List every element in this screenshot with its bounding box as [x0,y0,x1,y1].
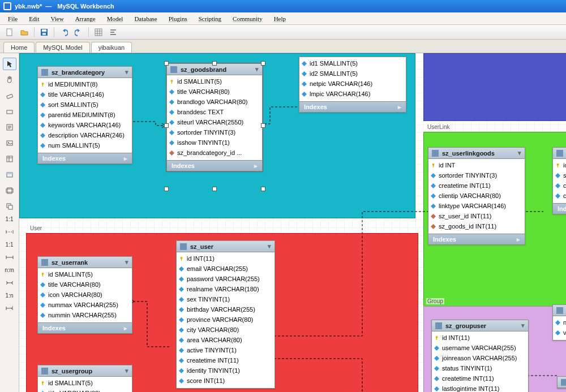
eraser-tool[interactable] [3,89,16,102]
column-row[interactable]: sz_brandcategory_id ... [169,148,260,157]
column-row[interactable]: sortorder TINYINT(3) [431,171,522,180]
column-row[interactable]: score INT(11) [179,376,272,385]
column-row[interactable]: nummin VARCHAR(255) [40,311,130,320]
table-sz-userrank[interactable]: sz_userrank ▾ id SMALLINT(5)title VARCHA… [37,256,132,334]
menu-file[interactable]: File [2,12,23,24]
column-row[interactable]: createtime INT(11) [434,374,526,383]
tab-model[interactable]: MySQL Model [36,42,89,53]
menu-plugins[interactable]: Plugins [163,12,193,24]
column-row[interactable]: so [555,171,566,180]
selection-handle[interactable] [212,187,217,191]
menu-edit[interactable]: Edit [23,12,45,24]
column-row[interactable]: lmpic VARCHAR(146) [302,89,404,98]
layer-tool[interactable] [3,105,16,118]
column-row[interactable]: id SMALLINT(5) [169,77,260,86]
table-header[interactable]: sz [553,305,566,316]
column-row[interactable]: icon VARCHAR(80) [40,290,130,299]
undo-button[interactable] [58,27,70,38]
column-row[interactable]: linktype VARCHAR(146) [431,201,522,210]
column-row[interactable]: identity TINYINT(1) [179,366,272,375]
expand-icon[interactable]: ▸ [398,104,401,111]
column-row[interactable]: sex TINYINT(1) [179,295,272,304]
table-header[interactable]: sz_userlinkgoods ▾ [428,148,525,159]
collapse-icon[interactable]: ▾ [125,259,128,266]
relation-1-1-id-tool[interactable] [3,251,16,264]
column-row[interactable]: username VARCHAR(255) [434,343,526,352]
table-sz-goodsbrand[interactable]: sz_goodsbrand ▾ id SMALLINT(5)title VARC… [166,63,263,171]
column-row[interactable]: sortorder TINYINT(3) [169,128,260,137]
table-sz-userlinkgoods[interactable]: sz_userlinkgoods ▾ id INTsortorder TINYI… [428,147,525,245]
column-row[interactable]: id SMALLINT(5) [40,270,130,279]
column-row[interactable]: nam [555,318,566,327]
table-indexes[interactable]: Indexes▸ [299,101,406,112]
table-indexes[interactable]: Indexes▸ [38,322,132,333]
table-header[interactable] [558,377,566,388]
tab-home[interactable]: Home [3,42,35,53]
collapse-icon[interactable]: ▾ [268,243,271,250]
expand-icon[interactable]: ▸ [124,155,127,162]
table-indexes[interactable]: Indexes▸ [167,160,262,171]
column-row[interactable]: parentid MEDIUMINT(8) [40,110,130,119]
table-indexes[interactable]: Indexes [553,203,566,214]
pointer-tool[interactable] [3,58,16,70]
save-button[interactable] [38,27,50,38]
column-row[interactable]: branddesc TEXT [169,107,260,117]
note-tool[interactable] [3,121,16,133]
table-sz-usergroup[interactable]: sz_usergroup ▾ id SMALLINT(5)title VARCH… [37,365,132,392]
column-row[interactable]: cli [555,191,566,200]
column-row[interactable]: brandlogo VARCHAR(80) [169,97,260,106]
column-row[interactable]: sz_user_id INT(11) [431,212,522,221]
view-tool[interactable] [3,169,16,181]
column-row[interactable]: title VARCHAR(146) [40,90,130,99]
table-header[interactable] [553,148,566,159]
column-row[interactable]: id1 SMALLINT(5) [302,59,404,68]
menu-help[interactable]: Help [268,12,291,24]
collapse-icon[interactable]: ▾ [125,68,128,76]
align-button[interactable] [107,27,119,38]
column-row[interactable]: createtime INT(11) [179,356,272,365]
region-purple[interactable] [423,53,566,121]
column-row[interactable]: status TINYINT(1) [434,364,526,373]
tab-diagram[interactable]: yibaikuan [91,42,132,53]
column-row[interactable]: active TINYINT(1) [179,346,272,355]
column-row[interactable]: clientip VARCHAR(80) [431,191,522,200]
selection-handle[interactable] [164,123,169,128]
selection-handle[interactable] [261,61,265,66]
table-indexes[interactable]: Indexes▸ [428,234,525,244]
column-row[interactable]: title VARCHAR(80) [40,280,130,289]
image-tool[interactable] [3,137,16,149]
routine-tool[interactable] [3,184,16,197]
column-row[interactable]: city VARCHAR(80) [179,325,272,334]
column-row[interactable]: description VARCHAR(246) [40,131,130,140]
menu-scripting[interactable]: Scripting [193,12,227,24]
diagram-canvas[interactable]: UserLink User Group sz_brandcategory ▾ [19,53,566,392]
column-row[interactable]: title VARCHAR(80) [40,389,130,392]
table-header[interactable]: sz_user ▾ [177,241,275,252]
column-row[interactable]: joinreason VARCHAR(255) [434,354,526,363]
table-right-cut-2[interactable]: sz namvalu [552,304,566,341]
column-row[interactable]: birthday VARCHAR(255) [179,305,272,314]
column-row[interactable]: createtime INT(11) [431,181,522,190]
column-row[interactable]: lastlogintime INT(11) [434,384,526,392]
collapse-icon[interactable]: ▾ [125,367,128,374]
menu-arrange[interactable]: Arrange [70,12,101,24]
column-row[interactable]: num SMALLINT(5) [40,141,130,150]
column-row[interactable]: id INT(11) [434,333,526,342]
table-sz-groupuser[interactable]: sz_groupuser ▾ id INT(11)username VARCHA… [431,320,529,392]
grid-toggle-button[interactable] [92,27,105,38]
table-top-cut[interactable]: id1 SMALLINT(5)id2 SMALLINT(5)netpic VAR… [299,57,406,113]
column-row[interactable]: realname VARCHAR(180) [179,285,272,294]
column-row[interactable]: id INT(11) [179,254,272,263]
table-sz-brandcategory[interactable]: sz_brandcategory ▾ id MEDIUMINT(8)title … [37,66,132,164]
column-row[interactable]: id [555,161,566,170]
table-header[interactable]: sz_brandcategory ▾ [38,67,132,78]
selection-handle[interactable] [164,61,169,66]
open-file-button[interactable] [18,27,31,38]
table-header[interactable]: sz_usergroup ▾ [38,365,132,377]
column-row[interactable]: netpic VARCHAR(146) [302,79,404,88]
column-row[interactable]: nummax VARCHAR(255) [40,300,130,309]
column-row[interactable]: sort SMALLINT(5) [40,100,130,109]
table-indexes[interactable]: Indexes▸ [38,153,132,163]
relation-n-m-tool[interactable] [3,277,16,289]
column-row[interactable]: cr [555,181,566,190]
